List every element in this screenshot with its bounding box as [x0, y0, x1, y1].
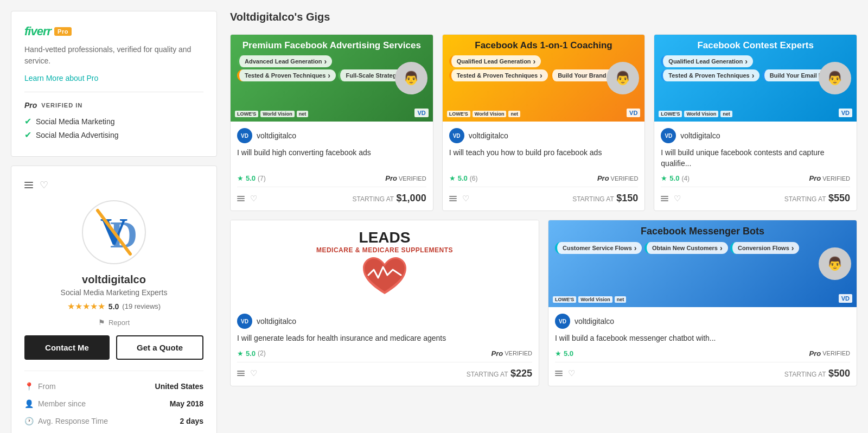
footer-heart-icon-1[interactable]: ♡	[250, 194, 257, 203]
gig-rating-row-2: ★ 5.0 (6) Pro VERIFIED	[449, 174, 639, 182]
person-icon: 👤	[24, 399, 34, 408]
pro-verified-1: Pro VERIFIED	[385, 174, 426, 182]
get-quote-button[interactable]: Get a Quote	[116, 335, 203, 360]
hamburger-icon[interactable]	[24, 182, 33, 188]
response-label: 🕐 Avg. Response Time	[24, 417, 108, 425]
gig-desc-1: I will build high converting facebook ad…	[237, 148, 426, 169]
gig-reviews-4: (2)	[258, 349, 266, 357]
starting-at-label-1: STARTING AT	[352, 195, 394, 203]
seller-name-1: voltdigitalco	[257, 131, 296, 140]
profile-card: ♡ V D voltdigitalco Social Media Marketi…	[11, 165, 217, 433]
rating-row: ★★★★★ 5.0 (19 reviews)	[24, 301, 203, 311]
vd-badge-2: VD	[627, 109, 640, 117]
footer-hamburger-icon-4[interactable]	[237, 371, 245, 376]
gig-footer-left-4: ♡	[237, 368, 257, 378]
brand-logos-5: LOWE'S World Vision net	[553, 296, 626, 303]
gigs-title: Voltdigitalco's Gigs	[230, 11, 857, 23]
brand-logo: World Vision	[473, 111, 507, 117]
gig-card-4[interactable]: LEADS MEDICARE & MEDICARE SUPPLEMENTS VD…	[230, 220, 539, 386]
gig-score-2: 5.0	[458, 174, 468, 182]
gig-score-3: 5.0	[669, 174, 679, 182]
avatar-2: 👨	[607, 62, 639, 94]
fiverr-pro-description: Hand-vetted professionals, verified for …	[24, 44, 203, 67]
gig-reviews-1: (7)	[258, 175, 266, 182]
footer-heart-icon-2[interactable]: ♡	[462, 194, 469, 203]
footer-heart-icon-4[interactable]: ♡	[250, 368, 257, 378]
pin-icon: 📍	[24, 382, 34, 391]
brand-logo: net	[297, 111, 309, 117]
gig-tag: Conversion Flows	[730, 242, 799, 254]
brand-logo: net	[720, 111, 732, 117]
gig-tag: Tested & Proven Techniques	[449, 69, 548, 81]
response-value: 2 days	[180, 417, 203, 425]
starting-at-label-4: STARTING AT	[467, 371, 508, 378]
footer-heart-icon-3[interactable]: ♡	[674, 194, 681, 203]
gig-reviews-2: (6)	[470, 175, 478, 182]
gig-price-section-2: STARTING AT $150	[572, 193, 638, 204]
gig-card-3[interactable]: Facebook Contest Experts Qualified Lead …	[654, 34, 857, 211]
pro-verified-4: Pro VERIFIED	[492, 349, 532, 358]
starting-at-label-3: STARTING AT	[784, 195, 826, 203]
clock-icon: 🕐	[24, 417, 34, 425]
verified-item-label: Social Media Advertising	[36, 131, 119, 139]
gig-star-1: ★	[237, 174, 244, 182]
gig-seller-row-4: VD voltdigitalco	[237, 314, 532, 329]
flag-icon: ⚑	[98, 318, 105, 327]
learn-more-link[interactable]: Learn More about Pro	[24, 74, 98, 82]
fiverr-pro-card: fiverr Pro Hand-vetted professionals, ve…	[11, 11, 217, 157]
brand-logo: World Vision	[578, 296, 612, 303]
profile-name: voltdigitalco	[24, 273, 203, 286]
starting-at-label-2: STARTING AT	[572, 195, 614, 203]
brand-logos-1: LOWE'S World Vision net	[235, 111, 308, 117]
brand-logo: World Vision	[260, 111, 295, 117]
footer-heart-icon-5[interactable]: ♡	[568, 368, 575, 378]
gig-footer-left-5: ♡	[555, 368, 575, 378]
report-label[interactable]: Report	[108, 319, 130, 327]
leads-heart-icon	[360, 256, 409, 307]
gig-reviews-3: (4)	[681, 175, 690, 182]
seller-avatar-2: VD	[449, 128, 464, 143]
gig-body-1: VD voltdigitalco I will build high conve…	[231, 122, 433, 211]
gig-footer-1: ♡ STARTING AT $1,000	[237, 187, 426, 204]
footer-hamburger-icon-1[interactable]	[237, 196, 245, 201]
brand-logo: LOWE'S	[447, 111, 470, 117]
heart-icon[interactable]: ♡	[40, 179, 48, 191]
gig-card-1[interactable]: Premium Facebook Advertising Services Ad…	[230, 34, 433, 211]
gig-image-3: Facebook Contest Experts Qualified Lead …	[654, 35, 857, 122]
gig-tag: Advanced Lead Generation	[237, 55, 332, 67]
member-value: May 2018	[170, 399, 203, 408]
gig-card-5[interactable]: Facebook Messenger Bots Customer Service…	[548, 220, 857, 386]
member-label: 👤 Member since	[24, 399, 86, 408]
gig-footer-3: ♡ STARTING AT $550	[661, 187, 850, 204]
check-icon: ✔	[24, 116, 31, 126]
footer-hamburger-icon-3[interactable]	[661, 196, 668, 201]
seller-avatar-5: VD	[555, 314, 570, 329]
gig-body-2: VD voltdigitalco I will teach you how to…	[443, 122, 645, 211]
brand-logo: net	[615, 296, 627, 303]
seller-name-5: voltdigitalco	[575, 317, 614, 326]
gig-seller-row-1: VD voltdigitalco	[237, 128, 426, 143]
info-row-from: 📍 From United States	[24, 378, 203, 395]
leads-subtitle: MEDICARE & MEDICARE SUPPLEMENTS	[316, 246, 453, 254]
footer-hamburger-icon-2[interactable]	[449, 196, 457, 201]
footer-hamburger-icon-5[interactable]	[555, 371, 563, 376]
gig-body-4: VD voltdigitalco I will generate leads f…	[231, 307, 539, 386]
vd-badge-1: VD	[414, 109, 428, 117]
gig-seller-row-3: VD voltdigitalco	[661, 128, 850, 143]
gig-seller-row-5: VD voltdigitalco	[555, 314, 850, 329]
avatar-5: 👨	[819, 247, 851, 280]
gig-body-3: VD voltdigitalco I will build unique fac…	[654, 122, 857, 211]
seller-name-3: voltdigitalco	[680, 131, 720, 140]
gig-card-2[interactable]: Facebook Ads 1-on-1 Coaching Qualified L…	[442, 34, 646, 211]
gig-tag: Customer Service Flows	[555, 242, 642, 254]
action-buttons: Contact Me Get a Quote	[24, 335, 203, 360]
gig-rating-row-5: ★ 5.0 Pro VERIFIED	[555, 349, 850, 358]
gig-tag: Tested & Proven Techniques	[661, 69, 760, 81]
gig-body-5: VD voltdigitalco I will build a facebook…	[548, 307, 857, 386]
profile-card-top: ♡	[24, 179, 203, 191]
fiverr-logo-text: fiverr	[24, 24, 51, 39]
gigs-bottom-grid: LEADS MEDICARE & MEDICARE SUPPLEMENTS VD…	[230, 220, 857, 386]
gig-price-1: $1,000	[397, 193, 426, 203]
brand-logo: LOWE'S	[553, 296, 576, 303]
contact-me-button[interactable]: Contact Me	[24, 335, 110, 360]
